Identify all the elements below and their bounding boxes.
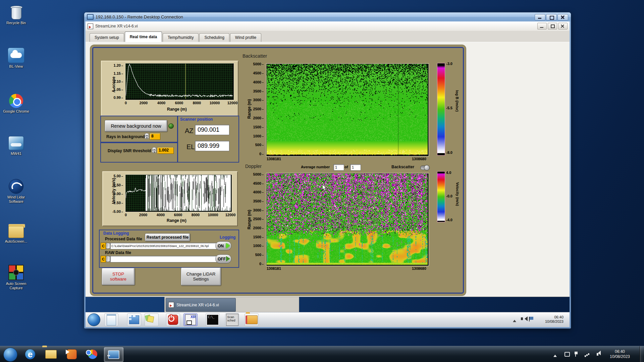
- backscatter-time-start: 1308181: [267, 157, 281, 161]
- of-label: of: [344, 165, 348, 169]
- average-number-field-2[interactable]: 1: [350, 164, 361, 171]
- az-value-field[interactable]: 090.001: [195, 125, 229, 135]
- velocity-ytick: -5.00: [108, 209, 123, 214]
- rdp-titlebar[interactable]: 192.168.0.150 - Remote Desktop Connectio…: [84, 12, 571, 21]
- doppler-ytick: 1000: [249, 244, 264, 248]
- inner-taskbar-notepad-icon[interactable]: [104, 313, 118, 326]
- tray-action-center-icon[interactable]: [575, 352, 580, 357]
- backscatter-ytick: 0: [249, 152, 264, 156]
- backscatter-plot: [266, 64, 429, 156]
- app-titlebar[interactable]: StreamLine XR v14-6.vi: [86, 21, 570, 31]
- tray-eject-icon[interactable]: [565, 352, 570, 357]
- backscatter-colorbar-tick: -5.5: [446, 106, 452, 110]
- off-lamp-icon: [226, 256, 230, 261]
- change-line2: Settings: [193, 277, 209, 282]
- raw-path-field[interactable]: [110, 256, 224, 262]
- tab-system-setup[interactable]: System setup: [90, 33, 124, 42]
- rays-spinner[interactable]: [145, 133, 149, 139]
- snr-spinner[interactable]: [152, 147, 156, 153]
- restart-processed-file-button[interactable]: Restart processed file: [145, 233, 190, 241]
- backscatter-toggle[interactable]: [420, 166, 430, 170]
- rays-in-background-label: Rays in background: [106, 134, 145, 139]
- taskbar-media-player-icon[interactable]: [62, 347, 81, 361]
- ascope-xtick: 2000: [140, 101, 148, 105]
- doppler-plot: [266, 173, 429, 266]
- app-window-title: StreamLine XR v14-6.vi: [95, 24, 138, 28]
- inner-taskbar-row: StreamLine XR v14-6.vi: [164, 297, 299, 313]
- scan-icon-text: Scan: [227, 315, 234, 319]
- inner-taskbar-folder-icon[interactable]: [245, 313, 259, 326]
- scan-icon-text: sched: [227, 319, 235, 322]
- ascope-panel: A-scope 1.20 1.15 1.10 1.05 0.99 0 2000 …: [101, 61, 238, 116]
- rdp-session-desktop: StreamLine XR v14-6.vi System setup Real…: [86, 21, 570, 327]
- backscatter-ytick: 1500: [249, 125, 264, 129]
- doppler-colorbar-tick: 4.0: [446, 171, 451, 175]
- processed-drive-icon[interactable]: C: [101, 243, 106, 249]
- tray-clock[interactable]: 06:40 10/08/2023: [603, 349, 637, 359]
- renew-background-led: [168, 123, 174, 129]
- taskbar-internet-explorer-icon[interactable]: e: [21, 347, 40, 361]
- inner-tray-clock[interactable]: 06:40 10/08/2023: [537, 315, 564, 324]
- desktop-icon-autoscreen-folder[interactable]: AutoScreen...: [1, 223, 32, 244]
- processed-path-field[interactable]: C:\Lidar\Data\Proc\2023\202308\20230810\…: [110, 243, 224, 249]
- inner-taskbar-scan-scheduler-icon[interactable]: Scan sched: [225, 313, 239, 326]
- desktop-icon-recycle-bin[interactable]: Recycle Bin: [1, 4, 32, 25]
- backscatter-ytick: 1000: [249, 134, 264, 138]
- tray-chevron-icon[interactable]: [553, 353, 557, 357]
- scanner-position-box: Scanner position AZ 090.001 EL 089.999: [177, 116, 239, 163]
- tab-scheduling[interactable]: Scheduling: [199, 33, 229, 42]
- inner-taskbar-streamline-xr-icon[interactable]: XR: [183, 313, 198, 326]
- mw41-icon: [8, 136, 24, 150]
- taskbar-rdp-button[interactable]: [104, 347, 123, 362]
- inner-taskbar-control-panel-icon[interactable]: [127, 313, 141, 326]
- desktop-icon-google-chrome[interactable]: Google Chrome: [1, 94, 32, 114]
- renew-background-button[interactable]: Renew background now: [105, 120, 167, 132]
- tab-real-time-data[interactable]: Real time data: [125, 32, 162, 42]
- raw-logging-off-button[interactable]: OFF: [215, 254, 231, 263]
- inner-taskbar-command-prompt-icon[interactable]: C:\_: [206, 313, 220, 326]
- backscatter-toggle-label: Backscatter: [391, 165, 414, 169]
- rdp-window: 192.168.0.150 - Remote Desktop Connectio…: [84, 12, 571, 328]
- doppler-colorbar-label: Velocity (m/s): [455, 177, 460, 211]
- desktop-icon-bl-view[interactable]: BL-View: [1, 48, 32, 69]
- desktop-icon-mw41[interactable]: MW41: [1, 136, 32, 156]
- change-lidar-settings-button[interactable]: Change LiDAR Settings: [181, 267, 221, 286]
- velocity-ytick: -2.50: [108, 201, 123, 205]
- inner-taskbar-sticky-notes-icon[interactable]: [145, 313, 159, 326]
- rdp-close-button[interactable]: [557, 14, 568, 20]
- rdp-maximize-button[interactable]: [546, 14, 557, 20]
- doppler-colorbar-tick: -0.0: [446, 194, 452, 198]
- inner-start-button[interactable]: [88, 313, 100, 326]
- ascope-ytick: 1.05: [108, 87, 123, 92]
- desktop-icon-wind-lidar-software[interactable]: Wind Lidar Software: [1, 179, 32, 204]
- desktop-icon-auto-screen-capture[interactable]: Auto Screen Capture: [1, 265, 32, 290]
- taskbar-explorer-icon[interactable]: [42, 347, 60, 361]
- inner-taskbar-power-icon[interactable]: [166, 313, 180, 326]
- app-close-button[interactable]: [558, 23, 568, 29]
- raw-drive-icon[interactable]: C: [101, 256, 106, 262]
- wind-lidar-icon: [9, 179, 23, 194]
- average-number-field-1[interactable]: 1: [333, 164, 344, 171]
- inner-tray-flag-icon[interactable]: [529, 317, 533, 321]
- tray-volume-icon[interactable]: [595, 352, 600, 357]
- app-maximize-button[interactable]: [548, 23, 557, 29]
- stop-software-button[interactable]: STOP software: [102, 268, 135, 285]
- inner-tray-chevron-icon[interactable]: [513, 318, 516, 322]
- show-desktop-button[interactable]: [640, 346, 644, 362]
- el-value-field[interactable]: 089.999: [195, 141, 229, 151]
- streamline-taskbar-button[interactable]: StreamLine XR v14-6.vi: [166, 298, 236, 312]
- auto-screen-capture-icon: [8, 265, 24, 280]
- inner-tray-volume-icon[interactable]: [521, 317, 523, 320]
- snr-value-field[interactable]: 1.002: [157, 147, 174, 154]
- rdp-minimize-button[interactable]: [535, 14, 545, 20]
- raw-data-file-label: RAW Data file: [105, 250, 131, 255]
- velocity-ytick: 2.50: [108, 183, 123, 187]
- start-button[interactable]: [3, 348, 17, 362]
- rays-value-field[interactable]: 8: [150, 133, 160, 140]
- tab-temp-humidity[interactable]: Temp/humidity: [163, 33, 199, 42]
- processed-logging-on-button[interactable]: ON: [215, 241, 231, 250]
- taskbar-chrome-icon[interactable]: [83, 347, 102, 361]
- tray-network-icon[interactable]: [585, 352, 590, 357]
- app-minimize-button[interactable]: [537, 23, 547, 29]
- tab-wind-profile[interactable]: Wind profile: [230, 33, 261, 42]
